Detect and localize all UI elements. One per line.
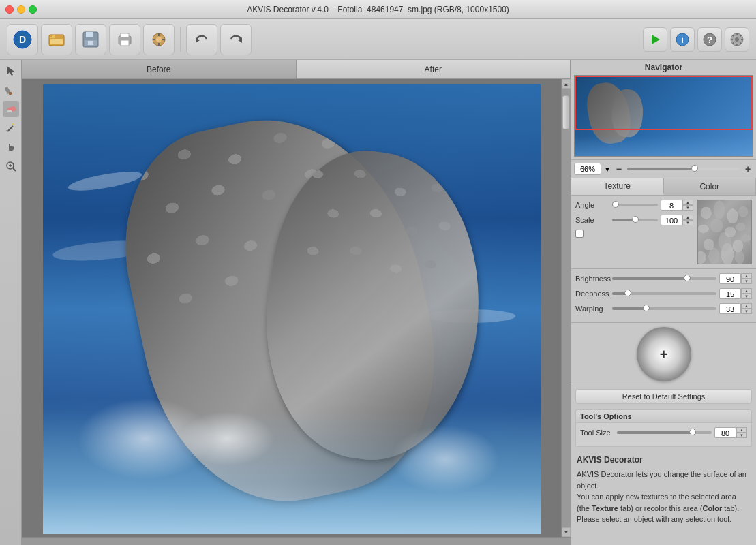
warping-slider-track[interactable] <box>612 307 716 310</box>
canvas-viewport[interactable] <box>22 79 561 537</box>
angle-value[interactable]: 8 <box>661 200 682 211</box>
texture-color-tabs: Texture Color <box>571 178 756 196</box>
scale-value[interactable]: 100 <box>661 215 682 225</box>
scale-up[interactable]: ▲ <box>682 215 693 220</box>
angle-down[interactable]: ▼ <box>682 205 693 211</box>
description: AKVIS Decorator AKVIS Decorator lets you… <box>571 450 756 529</box>
warping-up[interactable]: ▲ <box>741 303 752 309</box>
tool-size-value-spinner: 80 ▲ ▼ <box>714 427 747 438</box>
canvas-wrapper: ▲ ▼ <box>22 79 571 537</box>
app-icon-button[interactable]: D <box>7 24 38 55</box>
canvas-image <box>43 84 541 534</box>
help-button[interactable]: ? <box>697 27 722 52</box>
svg-rect-10 <box>121 40 129 46</box>
color-link: Color <box>702 504 722 512</box>
maximize-button[interactable] <box>29 5 37 14</box>
scroll-up-arrow[interactable]: ▲ <box>562 79 571 89</box>
zoom-tool[interactable] <box>3 158 19 174</box>
zoom-slider[interactable] <box>627 168 740 170</box>
main-content: ✦ Before After <box>0 60 756 545</box>
scale-down[interactable]: ▼ <box>682 220 693 225</box>
open-button[interactable] <box>41 24 72 55</box>
info-button[interactable]: i <box>670 27 695 52</box>
deepness-spinner: ▲ ▼ <box>741 288 752 299</box>
texture-sliders: Angle 8 ▲ ▼ Scale <box>575 200 693 264</box>
minimize-button[interactable] <box>17 5 25 14</box>
scroll-thumb[interactable] <box>562 95 569 129</box>
navigator-preview <box>574 75 753 157</box>
reset-defaults-button[interactable]: Reset to Default Settings <box>575 389 752 404</box>
brightness-row: Brightness 90 ▲ ▼ <box>575 273 752 284</box>
angle-slider-track[interactable] <box>612 204 658 206</box>
svg-rect-6 <box>86 32 93 37</box>
navigator-title: Navigator <box>574 63 753 72</box>
print-button[interactable] <box>109 24 140 55</box>
brush-tool[interactable] <box>3 82 19 98</box>
nav-water <box>575 136 753 156</box>
tool-size-value[interactable]: 80 <box>714 427 736 438</box>
tool-size-slider-track[interactable] <box>617 431 712 434</box>
tool-size-spinner: ▲ ▼ <box>736 427 747 438</box>
deepness-slider-track[interactable] <box>612 292 716 295</box>
checkbox-row <box>575 230 693 238</box>
svg-rect-37 <box>9 92 12 95</box>
tab-after[interactable]: After <box>297 60 571 78</box>
deepness-label: Deepness <box>575 290 609 298</box>
redo-button[interactable] <box>220 24 252 55</box>
description-text3: tab) or recolor this area ( <box>618 504 703 512</box>
svg-marker-35 <box>7 66 14 76</box>
warping-value[interactable]: 33 <box>719 303 741 314</box>
angle-up[interactable]: ▲ <box>682 200 693 205</box>
deepness-value-spinner: 15 ▲ ▼ <box>719 288 752 299</box>
angle-label: Angle <box>575 201 609 209</box>
scroll-down-arrow[interactable]: ▼ <box>562 527 571 537</box>
tab-bar: Before After <box>22 60 571 79</box>
brightness-down[interactable]: ▼ <box>741 279 752 284</box>
eraser-tool[interactable] <box>3 101 19 117</box>
deepness-up[interactable]: ▲ <box>741 288 752 294</box>
brightness-value-spinner: 90 ▲ ▼ <box>719 273 752 284</box>
zoom-slider-thumb[interactable] <box>691 165 698 172</box>
texture-checkbox[interactable] <box>575 230 584 238</box>
canvas-horizontal-scrollbar[interactable] <box>22 537 571 545</box>
deepness-down[interactable]: ▼ <box>741 294 752 299</box>
right-panel: Navigator 66% ▼ − + Texture <box>571 60 756 545</box>
tool-size-up[interactable]: ▲ <box>736 427 747 433</box>
deepness-value[interactable]: 15 <box>719 288 741 299</box>
run-button[interactable] <box>643 27 667 52</box>
pointer-tool[interactable] <box>3 63 19 79</box>
svg-rect-11 <box>121 33 129 37</box>
nav-viewport-box[interactable] <box>575 76 753 130</box>
brightness-up[interactable]: ▲ <box>741 273 752 279</box>
tab-before[interactable]: Before <box>22 60 297 78</box>
color-panel-tab[interactable]: Color <box>664 178 757 195</box>
svg-line-44 <box>13 168 16 171</box>
close-button[interactable] <box>5 5 14 14</box>
description-text5: Please select an object with any selecti… <box>577 515 731 523</box>
tool-size-label: Tool Size <box>580 429 614 437</box>
save-button[interactable] <box>75 24 106 55</box>
warping-down[interactable]: ▼ <box>741 309 752 314</box>
deepness-row: Deepness 15 ▲ ▼ <box>575 288 752 299</box>
brightness-value[interactable]: 90 <box>719 273 741 284</box>
separator-1 <box>180 27 181 52</box>
preferences-button[interactable] <box>725 27 749 52</box>
zoom-out-button[interactable]: − <box>614 164 624 174</box>
scale-slider-track[interactable] <box>612 219 658 221</box>
zoom-in-button[interactable]: + <box>742 164 753 174</box>
traffic-lights <box>5 5 37 14</box>
texture-panel-tab[interactable]: Texture <box>571 178 664 195</box>
color-wheel[interactable]: + <box>637 327 691 382</box>
angle-spinner: ▲ ▼ <box>682 200 693 211</box>
toolbox: ✦ <box>0 60 22 545</box>
plug-settings-button[interactable] <box>143 24 175 55</box>
wand-tool[interactable]: ✦ <box>3 120 19 136</box>
color-wheel-area: + <box>571 323 756 386</box>
tool-options-header: Tool's Options <box>576 410 751 423</box>
zoom-dropdown[interactable]: ▼ <box>604 166 611 173</box>
hand-tool[interactable] <box>3 139 19 155</box>
brightness-slider-track[interactable] <box>612 277 716 280</box>
undo-button[interactable] <box>186 24 217 55</box>
canvas-vertical-scrollbar[interactable]: ▲ ▼ <box>561 79 571 537</box>
tool-size-down[interactable]: ▼ <box>736 433 747 438</box>
